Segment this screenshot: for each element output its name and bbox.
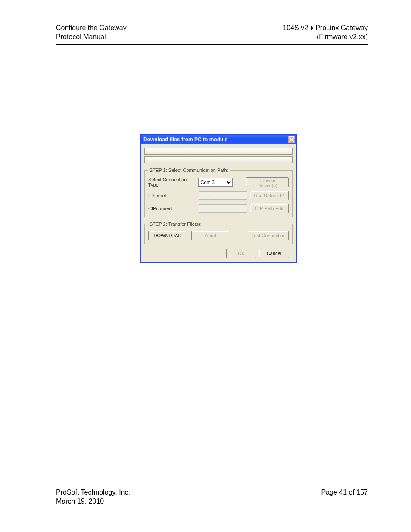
transfer-row: DOWNLOAD Abort Test Connection xyxy=(148,231,289,240)
step1-group: STEP 1: Select Communication Path: Selec… xyxy=(144,168,293,217)
dialog-title: Download files from PC to module xyxy=(143,137,227,143)
connection-type-label: Select Connection Type: xyxy=(148,177,198,187)
header-left-1: Configure the Gateway xyxy=(56,24,127,33)
ethernet-ip-field: ... xyxy=(199,191,247,200)
connection-type-select[interactable]: Com 3 xyxy=(198,178,233,187)
dialog-body: STEP 1: Select Communication Path: Selec… xyxy=(141,144,296,262)
dialog-buttons: OK Cancel xyxy=(144,244,293,258)
footer-left-1: ProSoft Technology, Inc. xyxy=(56,488,130,497)
footer-right: Page 41 of 157 xyxy=(321,488,368,506)
ethernet-row: Ethernet: ... Use Default IP xyxy=(148,191,289,200)
header-right-1: 104S v2 ♦ ProLinx Gateway xyxy=(283,24,368,33)
close-icon xyxy=(289,137,294,142)
test-connection-button[interactable]: Test Connection xyxy=(249,231,289,240)
page-footer: ProSoft Technology, Inc. March 19, 2010 … xyxy=(56,485,368,506)
cipconnect-label: CIPconnect: xyxy=(148,206,199,211)
progress-bar-1 xyxy=(144,148,293,155)
footer-right-1: Page 41 of 157 xyxy=(321,488,368,497)
cipconnect-field xyxy=(199,204,247,213)
footer-left: ProSoft Technology, Inc. March 19, 2010 xyxy=(56,488,130,506)
progress-bar-2 xyxy=(144,156,293,163)
use-default-ip-button[interactable]: Use Default IP xyxy=(250,191,289,200)
header-left-2: Protocol Manual xyxy=(56,33,127,42)
ethernet-label: Ethernet: xyxy=(148,193,199,198)
step1-legend: STEP 1: Select Communication Path: xyxy=(148,168,230,173)
cancel-button[interactable]: Cancel xyxy=(259,249,289,258)
header-right: 104S v2 ♦ ProLinx Gateway (Firmware v2.x… xyxy=(283,24,368,42)
header-right-2: (Firmware v2.xx) xyxy=(283,33,368,42)
abort-button[interactable]: Abort xyxy=(191,231,230,240)
cip-path-edit-button[interactable]: CIP Path Edit xyxy=(250,204,289,213)
header-left: Configure the Gateway Protocol Manual xyxy=(56,24,127,42)
cipconnect-row: CIPconnect: CIP Path Edit xyxy=(148,204,289,213)
page-header: Configure the Gateway Protocol Manual 10… xyxy=(56,24,368,45)
close-button[interactable] xyxy=(288,136,295,143)
footer-left-2: March 19, 2010 xyxy=(56,497,130,506)
step2-legend: STEP 2: Transfer File(s): xyxy=(148,221,203,227)
browse-devices-button[interactable]: Browse Device(s) xyxy=(246,177,289,187)
step2-group: STEP 2: Transfer File(s): DOWNLOAD Abort… xyxy=(144,221,293,244)
dialog-titlebar[interactable]: Download files from PC to module xyxy=(141,135,296,144)
ok-button[interactable]: OK xyxy=(226,249,256,258)
download-button[interactable]: DOWNLOAD xyxy=(148,231,187,240)
connection-type-row: Select Connection Type: Com 3 Browse Dev… xyxy=(148,177,289,187)
download-dialog: Download files from PC to module STEP 1:… xyxy=(140,134,297,263)
